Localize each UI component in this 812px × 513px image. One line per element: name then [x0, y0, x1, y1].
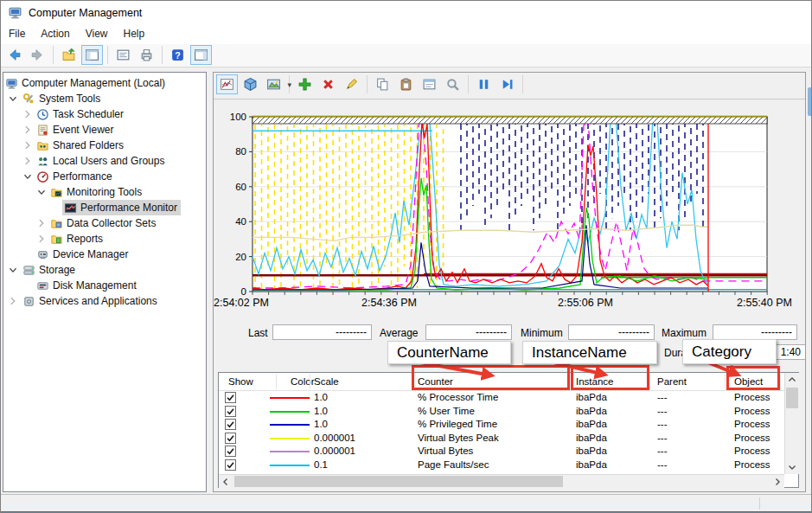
- table-horizontal-scrollbar[interactable]: [219, 474, 784, 488]
- collapse-chevron-icon[interactable]: [35, 186, 48, 198]
- tree-item-content[interactable]: Device Manager: [35, 247, 131, 262]
- freeze-display-button[interactable]: [473, 74, 495, 94]
- expand-chevron-icon[interactable]: [22, 124, 34, 136]
- change-graph-type-button[interactable]: ▾: [263, 74, 285, 94]
- table-vertical-scrollbar[interactable]: [784, 373, 799, 474]
- column-divider[interactable]: [780, 375, 781, 389]
- column-header-parent[interactable]: Parent: [657, 376, 687, 387]
- horizontal-scroll-thumb[interactable]: [234, 476, 563, 487]
- print-button[interactable]: [136, 45, 157, 65]
- expand-chevron-icon[interactable]: [22, 155, 34, 167]
- view-log-data-icon: [243, 77, 258, 92]
- column-divider[interactable]: [310, 375, 310, 389]
- zoom-button[interactable]: [442, 74, 464, 94]
- tree-item-content[interactable]: Performance: [35, 169, 116, 184]
- tree-item-shared-folders[interactable]: Shared Folders: [3, 138, 206, 153]
- tree-item-content[interactable]: Event Viewer: [35, 122, 117, 138]
- tree-item-task-scheduler[interactable]: Task Scheduler: [3, 106, 206, 122]
- column-divider[interactable]: [725, 375, 726, 389]
- collapse-chevron-icon[interactable]: [7, 264, 19, 276]
- counter-row-processor-time[interactable]: 1.0% Processor TimeibaPda---Process: [219, 391, 784, 405]
- tree-item-content[interactable]: Local Users and Groups: [35, 153, 168, 169]
- tree-item-computer-management-local[interactable]: Computer Management (Local): [3, 75, 206, 91]
- show-checkbox[interactable]: [225, 433, 236, 444]
- counter-row-virtual-bytes[interactable]: 0.000001Virtual BytesibaPda---Process: [219, 445, 784, 458]
- tree-item-performance-monitor[interactable]: Performance Monitor: [3, 200, 206, 215]
- users-icon: [36, 155, 49, 168]
- tree-item-local-users-and-groups[interactable]: Local Users and Groups: [3, 153, 206, 169]
- tree-item-label: Local Users and Groups: [53, 155, 164, 167]
- show-checkbox[interactable]: [225, 459, 236, 471]
- delete-counter-button[interactable]: [317, 74, 339, 94]
- show-checkbox[interactable]: [225, 446, 236, 457]
- up-one-level-button[interactable]: [58, 45, 80, 65]
- column-divider[interactable]: [276, 375, 277, 389]
- tree-item-performance[interactable]: Performance: [3, 169, 206, 184]
- tree-item-device-manager[interactable]: Device Manager: [3, 247, 206, 262]
- tree-item-content[interactable]: Storage: [21, 262, 79, 278]
- tree-item-disk-management[interactable]: Disk Management: [3, 278, 206, 293]
- collapse-chevron-icon[interactable]: [7, 93, 19, 105]
- tree-item-content[interactable]: System Tools: [21, 91, 104, 106]
- dropdown-arrow-icon[interactable]: ▾: [287, 80, 291, 89]
- copy-properties-button[interactable]: [372, 74, 393, 94]
- collapse-chevron-icon[interactable]: [22, 170, 34, 183]
- add-counter-button[interactable]: [294, 74, 316, 94]
- export-list-button[interactable]: [112, 45, 134, 65]
- column-header-show[interactable]: Show: [228, 376, 253, 387]
- tree-item-content[interactable]: Performance Monitor: [62, 200, 181, 215]
- expand-chevron-icon[interactable]: [35, 233, 48, 245]
- console-tree-toggle-button[interactable]: [81, 45, 103, 65]
- update-data-button[interactable]: [496, 74, 518, 94]
- expand-chevron-icon[interactable]: [35, 217, 48, 229]
- tree-item-content[interactable]: Monitoring Tools: [48, 184, 145, 200]
- tree-item-content[interactable]: Data Collector Sets: [48, 215, 159, 231]
- tree-item-services-and-applications[interactable]: Services and Applications: [3, 293, 206, 309]
- view-current-activity-button[interactable]: [216, 74, 238, 94]
- paste-counter-list-button[interactable]: [395, 74, 417, 94]
- tree-item-content[interactable]: Computer Management (Local): [3, 75, 169, 91]
- tree-item-storage[interactable]: Storage: [3, 262, 206, 278]
- window-edge-scrollbar[interactable]: [808, 72, 812, 492]
- forward-button[interactable]: [27, 45, 48, 65]
- counter-row-privileged-time[interactable]: 1.0% Privileged TimeibaPda---Process: [219, 418, 784, 432]
- edge-scroll-thumb[interactable]: [808, 87, 812, 116]
- counter-row-page-faults-sec[interactable]: 0.1Page Faults/secibaPda---Process: [219, 458, 784, 472]
- scroll-left-button[interactable]: [219, 475, 233, 488]
- show-checkbox[interactable]: [225, 419, 236, 430]
- tree-item-content[interactable]: Shared Folders: [35, 138, 127, 153]
- tree-item-content[interactable]: Services and Applications: [21, 293, 161, 309]
- tree-item-system-tools[interactable]: System Tools: [3, 91, 206, 106]
- expand-chevron-icon[interactable]: [22, 139, 34, 151]
- show-checkbox[interactable]: [225, 392, 236, 403]
- properties-button[interactable]: [419, 74, 440, 94]
- column-header-color[interactable]: Color: [291, 376, 314, 387]
- help-button[interactable]: ?: [167, 45, 189, 65]
- action-pane-toggle-button[interactable]: [190, 45, 212, 65]
- tree-item-monitoring-tools[interactable]: Monitoring Tools: [3, 184, 206, 200]
- scroll-right-button[interactable]: [770, 475, 784, 488]
- back-button[interactable]: [3, 45, 25, 65]
- menu-action[interactable]: Action: [33, 25, 77, 42]
- view-log-data-button[interactable]: [240, 74, 261, 94]
- counter-row-user-time[interactable]: 1.0% User TimeibaPda---Process: [219, 405, 784, 419]
- tree-item-data-collector-sets[interactable]: Data Collector Sets: [3, 215, 206, 231]
- column-divider[interactable]: [649, 375, 650, 389]
- scroll-down-button[interactable]: [785, 460, 799, 474]
- show-checkbox[interactable]: [225, 406, 236, 417]
- tree-item-event-viewer[interactable]: Event Viewer: [3, 122, 206, 138]
- menu-help[interactable]: Help: [116, 25, 153, 42]
- highlight-button[interactable]: [341, 74, 362, 94]
- expand-chevron-icon[interactable]: [22, 108, 34, 120]
- tree-item-content[interactable]: Disk Management: [35, 278, 140, 293]
- tree-item-content[interactable]: Reports: [48, 231, 106, 247]
- column-header-scale[interactable]: Scale: [314, 376, 339, 387]
- menu-view[interactable]: View: [78, 25, 116, 42]
- tree-item-reports[interactable]: Reports: [3, 231, 206, 247]
- tree-item-content[interactable]: Task Scheduler: [35, 106, 127, 122]
- menu-file[interactable]: File: [1, 25, 33, 42]
- scroll-up-button[interactable]: [785, 373, 799, 387]
- counter-row-virtual-bytes-peak[interactable]: 0.000001Virtual Bytes PeakibaPda---Proce…: [219, 432, 784, 446]
- expand-chevron-icon[interactable]: [7, 295, 19, 307]
- vertical-scroll-thumb[interactable]: [786, 388, 798, 408]
